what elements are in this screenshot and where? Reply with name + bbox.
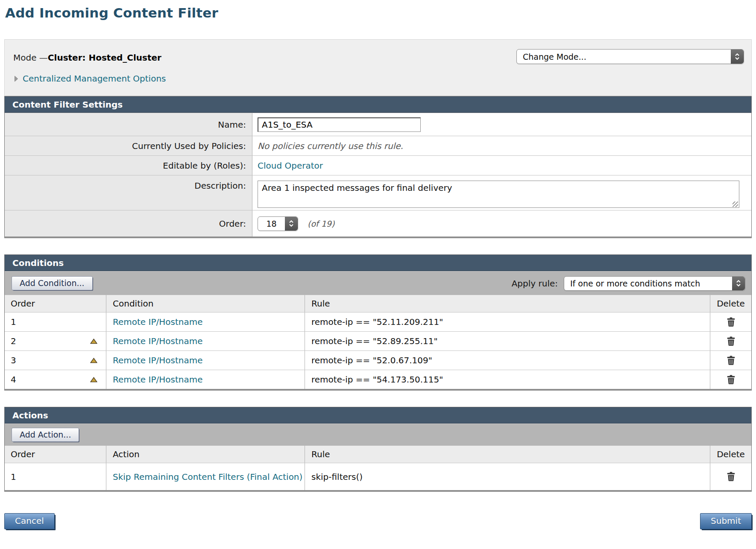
- order-selected-value: 18: [258, 217, 285, 231]
- action-rule: skip-filters(): [305, 463, 710, 490]
- condition-rule: remote-ip == "52.11.209.211": [305, 312, 710, 331]
- name-row: Name:: [5, 113, 751, 136]
- conditions-col-delete: Delete: [710, 295, 751, 312]
- order-total-note: (of 19): [308, 219, 334, 228]
- delete-condition-button[interactable]: [726, 355, 736, 366]
- name-label: Name:: [5, 113, 252, 136]
- condition-order: 2: [11, 336, 16, 346]
- condition-link[interactable]: Remote IP/Hostname: [113, 355, 202, 366]
- move-up-button[interactable]: [89, 357, 98, 364]
- delete-action-button[interactable]: [726, 471, 736, 482]
- conditions-section: Conditions Add Condition... Apply rule: …: [4, 254, 752, 391]
- conditions-col-order: Order: [5, 295, 106, 312]
- apply-rule-select[interactable]: If one or more conditions match: [564, 276, 745, 291]
- trash-icon: [727, 375, 735, 385]
- conditions-toolbar: Add Condition... Apply rule: If one or m…: [5, 271, 751, 295]
- action-row: 1 Skip Remaining Content Filters (Final …: [5, 463, 751, 490]
- condition-order: 4: [11, 374, 16, 385]
- actions-col-order: Order: [5, 446, 106, 463]
- condition-rule: remote-ip == "54.173.50.115": [305, 370, 710, 389]
- condition-row: 4 Remote IP/Hostname remote-ip == "54.17…: [5, 370, 751, 389]
- condition-link[interactable]: Remote IP/Hostname: [113, 336, 202, 347]
- condition-link[interactable]: Remote IP/Hostname: [113, 374, 202, 385]
- select-spinner-icon: [731, 50, 744, 64]
- move-up-icon: [90, 339, 97, 344]
- conditions-section-title: Conditions: [12, 258, 64, 268]
- mode-value: Cluster: Hosted_Cluster: [48, 53, 161, 63]
- cancel-button[interactable]: Cancel: [4, 513, 55, 529]
- condition-row: 3 Remote IP/Hostname remote-ip == "52.0.…: [5, 350, 751, 370]
- page-title: Add Incoming Content Filter: [5, 5, 752, 20]
- policies-row: Currently Used by Policies: No policies …: [5, 136, 751, 155]
- actions-col-delete: Delete: [710, 446, 751, 463]
- condition-order: 1: [11, 317, 16, 327]
- condition-row: 1 Remote IP/Hostname remote-ip == "52.11…: [5, 312, 751, 331]
- change-mode-selected-value: Change Mode...: [517, 50, 731, 64]
- trash-icon: [727, 317, 735, 327]
- actions-col-action: Action: [106, 446, 305, 463]
- centralized-management-toggle[interactable]: Centralized Management Options: [13, 73, 744, 84]
- move-up-icon: [90, 377, 97, 383]
- order-row: Order: 18 (of 19): [5, 210, 751, 237]
- condition-link[interactable]: Remote IP/Hostname: [113, 316, 202, 327]
- delete-condition-button[interactable]: [726, 316, 736, 328]
- delete-condition-button[interactable]: [726, 374, 736, 385]
- action-order: 1: [11, 472, 16, 482]
- policies-label: Currently Used by Policies:: [5, 136, 252, 155]
- select-spinner-icon: [285, 217, 298, 231]
- conditions-table-header: Order Condition Rule Delete: [5, 295, 751, 312]
- editable-roles-label: Editable by (Roles):: [5, 156, 252, 175]
- actions-col-rule: Rule: [305, 446, 710, 463]
- actions-section: Actions Add Action... Order Action Rule …: [4, 407, 752, 492]
- trash-icon: [727, 336, 735, 346]
- trash-icon: [727, 472, 735, 482]
- condition-rule: remote-ip == "52.0.67.109": [305, 351, 710, 370]
- change-mode-select[interactable]: Change Mode...: [516, 49, 744, 64]
- footer-buttons: Cancel Submit: [4, 513, 752, 529]
- apply-rule-selected-value: If one or more conditions match: [564, 277, 732, 290]
- submit-button[interactable]: Submit: [700, 513, 752, 529]
- order-label: Order:: [5, 210, 252, 237]
- mode-panel: Mode —Cluster: Hosted_Cluster Change Mod…: [4, 39, 752, 96]
- conditions-col-condition: Condition: [106, 295, 305, 312]
- action-link[interactable]: Skip Remaining Content Filters (Final Ac…: [113, 471, 302, 482]
- condition-rule: remote-ip == "52.89.255.11": [305, 332, 710, 350]
- apply-rule-label: Apply rule:: [512, 278, 558, 289]
- add-condition-button[interactable]: Add Condition...: [12, 276, 93, 290]
- select-spinner-icon: [732, 277, 745, 290]
- delete-condition-button[interactable]: [726, 336, 736, 347]
- settings-section-header: Content Filter Settings: [5, 96, 751, 113]
- move-up-icon: [90, 358, 97, 363]
- apply-rule-group: Apply rule: If one or more conditions ma…: [512, 276, 745, 291]
- description-input[interactable]: Area 1 inspected messages for final deli…: [258, 181, 739, 208]
- condition-row: 2 Remote IP/Hostname remote-ip == "52.89…: [5, 331, 751, 350]
- description-label: Description:: [5, 175, 252, 210]
- add-action-button[interactable]: Add Action...: [12, 428, 79, 442]
- trash-icon: [727, 356, 735, 365]
- actions-section-header: Actions: [5, 407, 751, 423]
- page: Add Incoming Content Filter Mode —Cluste…: [0, 0, 756, 529]
- conditions-col-rule: Rule: [305, 295, 710, 312]
- disclosure-triangle-icon: [14, 76, 18, 82]
- order-select[interactable]: 18: [258, 216, 298, 231]
- mode-label: Mode —: [13, 53, 48, 63]
- editable-roles-row: Editable by (Roles): Cloud Operator: [5, 155, 751, 175]
- actions-section-title: Actions: [12, 410, 48, 421]
- policies-value: No policies currently use this rule.: [258, 141, 403, 151]
- settings-section-title: Content Filter Settings: [12, 99, 123, 110]
- actions-toolbar: Add Action...: [5, 423, 751, 446]
- editable-roles-link[interactable]: Cloud Operator: [258, 161, 323, 171]
- mode-text: Mode —Cluster: Hosted_Cluster: [13, 51, 161, 63]
- description-row: Description: Area 1 inspected messages f…: [5, 175, 751, 210]
- actions-table-header: Order Action Rule Delete: [5, 446, 751, 463]
- content-filter-settings-section: Content Filter Settings Name: Currently …: [4, 96, 752, 238]
- move-up-button[interactable]: [89, 376, 98, 383]
- centralized-management-link[interactable]: Centralized Management Options: [23, 73, 166, 84]
- condition-order: 3: [11, 355, 16, 365]
- move-up-button[interactable]: [89, 338, 98, 345]
- mode-row: Mode —Cluster: Hosted_Cluster Change Mod…: [13, 49, 744, 64]
- conditions-section-header: Conditions: [5, 255, 751, 271]
- name-input[interactable]: [258, 117, 421, 132]
